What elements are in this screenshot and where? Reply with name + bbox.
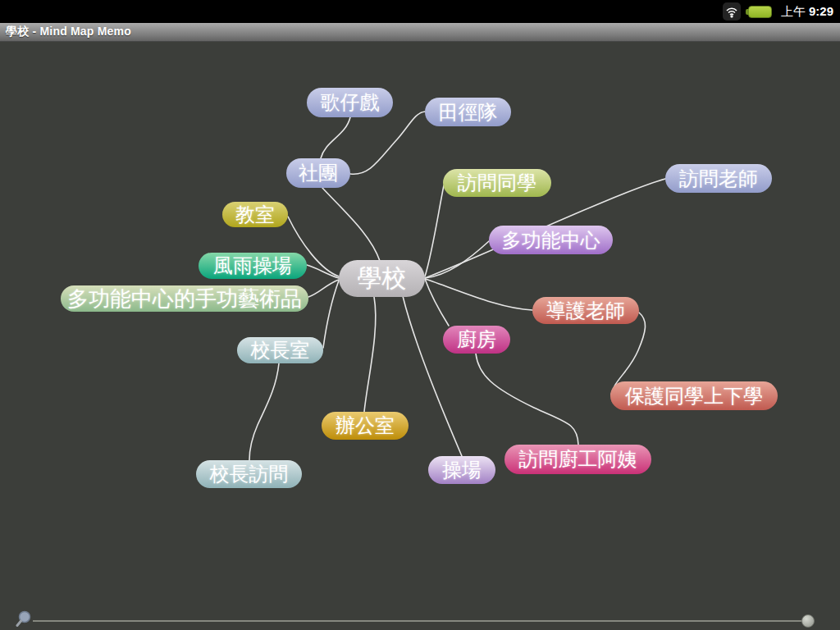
- edge-xuexiao-caochang: [403, 296, 462, 456]
- mindmap-node-fangwen-tongxue[interactable]: 訪問同學: [443, 169, 551, 197]
- mindmap-node-gezixi[interactable]: 歌仔戲: [307, 88, 393, 117]
- mindmap-node-xuexiao[interactable]: 學校: [339, 260, 425, 297]
- signal-icon: [723, 2, 741, 21]
- edge-chufang-fangwen-chugong: [476, 354, 578, 445]
- mindmap-node-fangwen-chugong[interactable]: 訪問廚工阿姨: [504, 445, 651, 474]
- page-title: 學校 - Mind Map Memo: [0, 25, 131, 39]
- edge-gezixi-shetuan: [321, 117, 350, 158]
- mindmap-node-daohu-laoshi[interactable]: 導護老師: [532, 297, 639, 324]
- mindmap-node-xiaozhang-fangwen[interactable]: 校長訪問: [196, 460, 302, 488]
- clock-meridiem: 上午: [781, 4, 806, 18]
- edge-xuexiao-xiaozhangshi: [323, 281, 339, 348]
- mindmap-node-caochang[interactable]: 操場: [428, 456, 495, 484]
- mindmap-node-fengyu-caochang[interactable]: 風雨操場: [199, 253, 307, 279]
- mindmap-node-duogongneng-zhongxin[interactable]: 多功能中心: [489, 226, 613, 254]
- battery-icon: [748, 6, 772, 18]
- edge-xiaozhangshi-xiaozhang-fangwen: [249, 363, 279, 460]
- mindmap-node-shetuan[interactable]: 社團: [286, 158, 350, 188]
- edge-xuexiao-daohu-laoshi: [425, 279, 532, 310]
- mindmap-canvas[interactable]: 學校歌仔戲田徑隊社團訪問同學訪問老師教室多功能中心風雨操場多功能中心的手功藝術品…: [0, 0, 840, 630]
- mindmap-node-chufang[interactable]: 廚房: [443, 326, 510, 354]
- mindmap-node-tianjingdui[interactable]: 田徑隊: [425, 98, 511, 126]
- status-bar: 上午9:29: [0, 0, 840, 23]
- edge-xuexiao-duogongneng-zhongxin: [425, 241, 489, 278]
- zoom-slider-track[interactable]: [33, 620, 808, 622]
- mindmap-node-baohu-tongxue[interactable]: 保護同學上下學: [610, 381, 778, 410]
- clock-time: 9:29: [809, 4, 833, 18]
- mindmap-edges: [0, 0, 840, 630]
- mindmap-node-jiaoshi[interactable]: 教室: [222, 202, 288, 227]
- mindmap-node-xiaozhangshi[interactable]: 校長室: [237, 337, 323, 363]
- zoom-slider-thumb[interactable]: [801, 614, 815, 628]
- mindmap-node-bangongshi[interactable]: 辦公室: [322, 412, 409, 440]
- edge-xuexiao-bangongshi: [364, 297, 376, 412]
- mindmap-node-shougong-yishupin[interactable]: 多功能中心的手功藝術品: [61, 285, 308, 312]
- title-bar: 學校 - Mind Map Memo: [0, 23, 840, 42]
- magnifier-icon: [13, 607, 36, 630]
- status-clock: 上午9:29: [781, 4, 833, 20]
- edge-xuexiao-shetuan: [322, 188, 380, 261]
- edge-xuexiao-fangwen-tongxue: [425, 185, 444, 276]
- edge-shetuan-tianjingdui: [350, 112, 425, 174]
- mindmap-node-fangwen-laoshi[interactable]: 訪問老師: [665, 164, 772, 193]
